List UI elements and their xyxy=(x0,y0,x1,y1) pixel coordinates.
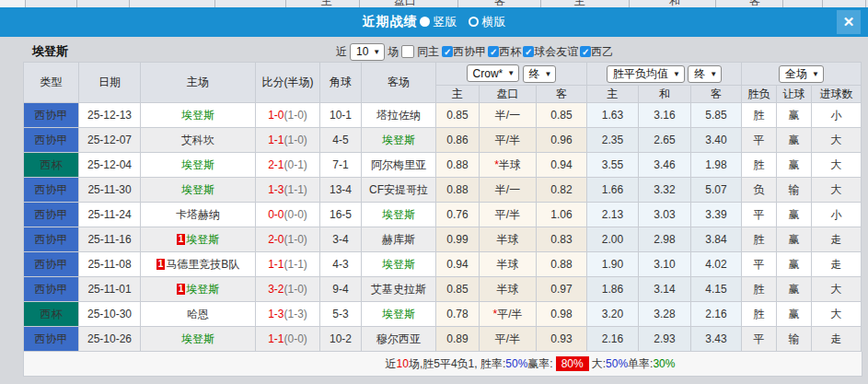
full-score: 1-3 xyxy=(268,308,284,320)
team-name: 埃登斯 xyxy=(32,43,68,60)
col-header-type: 类型 xyxy=(24,63,79,103)
half-score: (0-0) xyxy=(284,332,307,345)
europe-odds-select[interactable]: 胜平负均值▼ xyxy=(607,65,685,83)
vertical-radio[interactable] xyxy=(420,17,430,27)
full-score: 1-1 xyxy=(268,134,284,146)
away-team: 穆尔西亚 xyxy=(362,327,436,352)
match-count-value: 10 xyxy=(356,45,368,58)
horizontal-radio[interactable] xyxy=(469,17,479,27)
euro-home-odds: 1.63 xyxy=(587,103,639,128)
subcol-header-asia-away: 客 xyxy=(537,86,587,103)
col-header-score: 比分(半场) xyxy=(256,63,320,103)
asia-final-select[interactable]: 终▼ xyxy=(523,65,557,83)
match-date: 25-11-24 xyxy=(79,203,141,227)
half-score: (0-1) xyxy=(284,158,307,171)
same-home-checkbox[interactable] xyxy=(401,45,414,58)
corner: 4-3 xyxy=(320,252,362,277)
handicap-text: 半球 xyxy=(499,158,521,171)
match-date: 25-12-04 xyxy=(79,153,141,178)
away-team-name: 埃登斯 xyxy=(382,308,415,320)
result-goals: 大 xyxy=(812,128,862,153)
result-handicap: 赢 xyxy=(777,103,812,128)
league-checkbox[interactable]: ✓ xyxy=(442,46,453,57)
euro-away-odds: 3.40 xyxy=(691,128,742,153)
vertical-radio-label[interactable]: 竖版 xyxy=(434,14,457,30)
summary-footer: 近10场,胜5平4负1, 胜率:50% 赢率:80% 大:50% 单率:30% xyxy=(23,352,862,377)
handicap-text: 平/半 xyxy=(495,332,520,345)
euro-away-odds: 4.02 xyxy=(691,252,742,277)
bg-col-label: 主 xyxy=(321,0,332,7)
close-icon[interactable]: ✕ xyxy=(837,10,861,34)
away-team-name: 赫库斯 xyxy=(382,233,415,246)
home-team-name: 埃登斯 xyxy=(181,332,214,345)
euro-away-odds: 3.39 xyxy=(691,203,742,227)
league-checkbox-label[interactable]: 西乙 xyxy=(591,44,613,60)
euro-away-odds: 5.85 xyxy=(691,103,742,128)
league-checkbox-label[interactable]: 西协甲 xyxy=(453,44,486,60)
league-badge: 西协甲 xyxy=(24,203,79,227)
rank-badge: 1 xyxy=(156,259,166,270)
cell-divider xyxy=(715,0,716,7)
summary-text: 80% xyxy=(556,356,589,371)
match-date: 25-12-07 xyxy=(79,128,141,153)
asia-home-odds: 0.99 xyxy=(436,227,480,252)
asia-handicap: *半球 xyxy=(480,153,537,178)
summary-text: 30% xyxy=(653,357,675,370)
full-score: 2-1 xyxy=(268,158,284,171)
subcol-header-euro-home: 主 xyxy=(587,86,639,103)
asia-away-odds: 0.97 xyxy=(537,277,587,302)
scope-select[interactable]: 全场▼ xyxy=(779,65,824,83)
result-outcome: 负 xyxy=(742,178,777,203)
summary-text: 近 xyxy=(386,356,397,372)
filter-group: 近 10▼ 场 同主 ✓西协甲✓西杯✓球会友谊✓西乙 xyxy=(336,41,615,62)
match-date: 25-12-13 xyxy=(79,103,141,128)
asia-home-odds: 0.94 xyxy=(436,252,480,277)
result-outcome: 平 xyxy=(742,128,777,153)
summary-text: 赢率: xyxy=(527,356,552,372)
cell-divider xyxy=(76,0,77,7)
bookmaker-select[interactable]: Crow*▼ xyxy=(467,64,520,82)
asia-handicap: 平/半 xyxy=(480,203,537,227)
score: 1-1(1-0) xyxy=(256,128,320,153)
result-goals: 大 xyxy=(812,153,862,178)
chevron-down-icon: ▼ xyxy=(507,69,515,77)
euro-draw-odds: 3.46 xyxy=(639,153,691,178)
half-score: (1-0) xyxy=(284,134,307,146)
league-checkbox[interactable]: ✓ xyxy=(580,46,591,57)
cell-divider xyxy=(540,0,541,7)
cell-divider xyxy=(629,0,630,7)
match-count-select[interactable]: 10▼ xyxy=(350,43,385,61)
home-team-name: 埃登斯 xyxy=(181,183,214,196)
half-score: (1-1) xyxy=(284,183,307,196)
league-badge: 西杯 xyxy=(24,153,79,178)
table-row: 西协甲25-11-161埃登斯2-0(1-0)3-4赫库斯0.99半球0.832… xyxy=(24,227,862,252)
result-goals: 大 xyxy=(812,178,862,203)
subcol-header-euro-draw: 和 xyxy=(639,86,691,103)
asia-away-odds: 0.98 xyxy=(537,302,587,327)
full-score: 1-1 xyxy=(268,258,284,271)
asia-home-odds: 0.88 xyxy=(436,153,480,178)
result-goals: 走 xyxy=(812,227,862,252)
europe-final-select[interactable]: 终▼ xyxy=(688,65,722,83)
scope-select-value: 全场 xyxy=(785,66,807,82)
result-handicap: 赢 xyxy=(777,227,812,252)
same-home-label[interactable]: 同主 xyxy=(417,44,439,60)
full-score: 0-0 xyxy=(268,208,284,221)
euro-home-odds: 3.20 xyxy=(587,302,639,327)
horizontal-radio-label[interactable]: 横版 xyxy=(482,14,506,30)
league-checkbox[interactable]: ✓ xyxy=(523,46,534,57)
away-team: 埃登斯 xyxy=(362,302,436,327)
asia-handicap: 平/半 xyxy=(480,327,537,352)
cell-divider xyxy=(285,0,286,7)
home-team: 1埃登斯 xyxy=(141,277,256,302)
asia-handicap: 半球 xyxy=(480,252,537,277)
full-score: 2-0 xyxy=(268,233,284,246)
league-checkbox[interactable]: ✓ xyxy=(488,46,499,57)
euro-draw-odds: 2.65 xyxy=(639,128,691,153)
result-handicap: 赢 xyxy=(777,302,812,327)
asia-away-odds: 0.82 xyxy=(537,178,587,203)
league-checkbox-label[interactable]: 球会友谊 xyxy=(534,44,578,60)
table-row: 西杯25-12-04埃登斯2-1(0-1)7-1阿尔梅里亚0.88*半球0.94… xyxy=(24,153,862,178)
table-row: 西协甲25-11-30埃登斯1-3(1-1)13-4CF安提哥拉0.88半/一0… xyxy=(24,178,862,203)
league-checkbox-label[interactable]: 西杯 xyxy=(499,44,521,60)
